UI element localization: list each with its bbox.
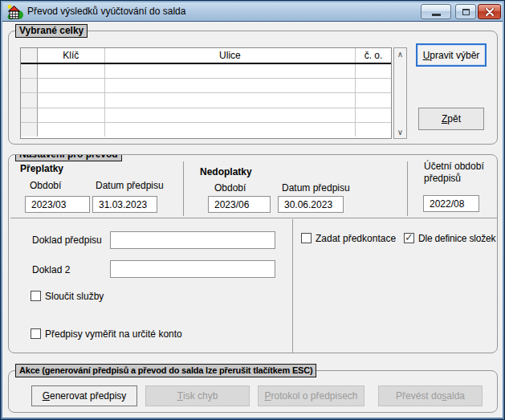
generate-prescriptions-button[interactable]: Generovat předpisy xyxy=(31,385,137,406)
overpayments-period-label: Období xyxy=(30,180,61,191)
table-cell[interactable] xyxy=(356,108,391,122)
titlebar[interactable]: Převod výsledků vyúčtování do salda xyxy=(2,2,503,22)
transfer-to-balance-button[interactable]: Převést do salda xyxy=(378,385,483,406)
doklad-predpisu-label: Doklad předpisu xyxy=(32,234,102,246)
group-actions: Akce (generování předpisů a převod do sa… xyxy=(8,370,498,413)
doklad-2-input[interactable] xyxy=(110,260,275,278)
units-table-body xyxy=(21,64,391,137)
checkbox-box xyxy=(301,233,312,243)
table-cell[interactable] xyxy=(38,93,105,107)
minimize-icon xyxy=(432,14,441,16)
table-cell[interactable] xyxy=(21,79,38,92)
prescriptions-protocol-button[interactable]: Protokol o předpisech xyxy=(258,385,364,406)
table-cell[interactable] xyxy=(105,64,356,78)
column-header-ulice[interactable]: Ulice xyxy=(105,48,356,63)
accounting-period-input[interactable] xyxy=(423,195,479,212)
group-transfer-settings: Nastavení pro převod Přeplatky Období Da… xyxy=(8,154,498,353)
checkbox-label: Sloučit služby xyxy=(45,291,104,302)
checkbox-zadat-predkontace[interactable]: Zadat předkontace xyxy=(301,233,396,244)
units-table[interactable]: Klíč Ulice č. o. xyxy=(20,47,392,139)
vertical-separator xyxy=(292,219,293,353)
window-border: Převod výsledků vyúčtování do salda Vybr… xyxy=(1,1,504,419)
underpayments-period-input[interactable] xyxy=(208,196,271,213)
table-cell[interactable] xyxy=(105,108,356,122)
checkbox-label: Dle definice složek xyxy=(418,233,495,244)
table-cell[interactable] xyxy=(21,64,38,78)
close-button[interactable] xyxy=(478,4,501,19)
edit-selection-button[interactable]: Upravit výběr xyxy=(416,43,487,67)
units-table-header: Klíč Ulice č. o. xyxy=(21,48,391,64)
underpayments-date-label: Datum předpisu xyxy=(282,182,350,194)
column-header-klic[interactable]: Klíč xyxy=(38,48,105,63)
overpayments-period-input[interactable] xyxy=(25,196,90,213)
chevron-down-icon[interactable]: ∨ xyxy=(394,126,406,138)
column-header-co[interactable]: č. o. xyxy=(356,48,391,63)
chevron-up-icon[interactable]: ∧ xyxy=(394,48,406,60)
back-button[interactable]: Zpět xyxy=(418,108,484,130)
underpayments-date-input[interactable] xyxy=(278,196,344,213)
doklad-2-label: Doklad 2 xyxy=(32,264,70,275)
table-cell[interactable] xyxy=(21,123,38,137)
overpayments-date-input[interactable] xyxy=(92,196,157,213)
close-icon xyxy=(485,8,495,16)
table-cell[interactable] xyxy=(105,93,356,107)
table-cell[interactable] xyxy=(38,108,105,122)
accounting-period-label: Účetní období předpisů xyxy=(424,161,498,185)
checkbox-box xyxy=(404,233,414,243)
checkbox-box xyxy=(31,291,41,301)
dialog-client-area: Vybrané celky Klíč Ulice č. o. ∧ ∨ Uprav… xyxy=(2,22,503,418)
overpayments-heading: Přeplatky xyxy=(20,163,63,174)
checkbox-predpisy-vymerit-na-urcite-konto[interactable]: Předpisy vyměřit na určité konto xyxy=(31,328,182,340)
underpayments-period-label: Období xyxy=(214,182,246,194)
table-cell[interactable] xyxy=(38,123,105,137)
group-label-selected-units: Vybrané celky xyxy=(15,24,88,38)
checkbox-dle-definice-slozek[interactable]: Dle definice složek xyxy=(404,233,495,244)
table-row[interactable] xyxy=(21,79,391,93)
table-cell[interactable] xyxy=(105,79,356,92)
dialog-window: Převod výsledků vyúčtování do salda Vybr… xyxy=(2,2,503,418)
table-cell[interactable] xyxy=(105,123,356,137)
maximize-button[interactable] xyxy=(455,4,476,19)
table-cell[interactable] xyxy=(356,64,391,78)
units-table-scrollbar[interactable]: ∧ ∨ xyxy=(393,47,407,139)
table-cell[interactable] xyxy=(38,64,105,78)
group-selected-units: Vybrané celky Klíč Ulice č. o. ∧ ∨ Uprav… xyxy=(8,31,498,145)
table-cell[interactable] xyxy=(38,79,105,92)
table-row[interactable] xyxy=(21,93,391,108)
window-frame: Převod výsledků vyúčtování do salda Vybr… xyxy=(0,0,505,420)
overpayments-date-label: Datum předpisu xyxy=(96,180,164,191)
section-divider xyxy=(183,161,184,216)
house-icon xyxy=(7,4,23,20)
checkbox-sloucit-sluzby[interactable]: Sloučit služby xyxy=(31,291,104,302)
horizontal-separator xyxy=(10,218,497,218)
column-header-selector xyxy=(21,48,38,63)
minimize-button[interactable] xyxy=(421,4,451,19)
table-cell[interactable] xyxy=(356,79,391,92)
group-label-actions: Akce (generování předpisů a převod do sa… xyxy=(15,364,316,377)
window-title: Převod výsledků vyúčtování do salda xyxy=(27,6,185,17)
group-label-transfer-settings: Nastavení pro převod xyxy=(15,154,122,161)
checkbox-label: Předpisy vyměřit na určité konto xyxy=(45,328,182,340)
underpayments-heading: Nedoplatky xyxy=(200,166,252,177)
checkbox-label: Zadat předkontace xyxy=(316,233,396,244)
table-row[interactable] xyxy=(21,108,391,123)
table-cell[interactable] xyxy=(356,123,391,137)
checkbox-box xyxy=(31,328,41,339)
doklad-predpisu-input[interactable] xyxy=(110,231,275,249)
table-cell[interactable] xyxy=(356,93,391,107)
section-divider xyxy=(407,161,408,216)
table-row[interactable] xyxy=(21,64,391,79)
print-errors-button[interactable]: Tisk chyb xyxy=(145,385,250,406)
table-cell[interactable] xyxy=(21,93,38,107)
maximize-icon xyxy=(462,9,470,15)
table-row[interactable] xyxy=(21,123,391,137)
table-cell[interactable] xyxy=(21,108,38,122)
